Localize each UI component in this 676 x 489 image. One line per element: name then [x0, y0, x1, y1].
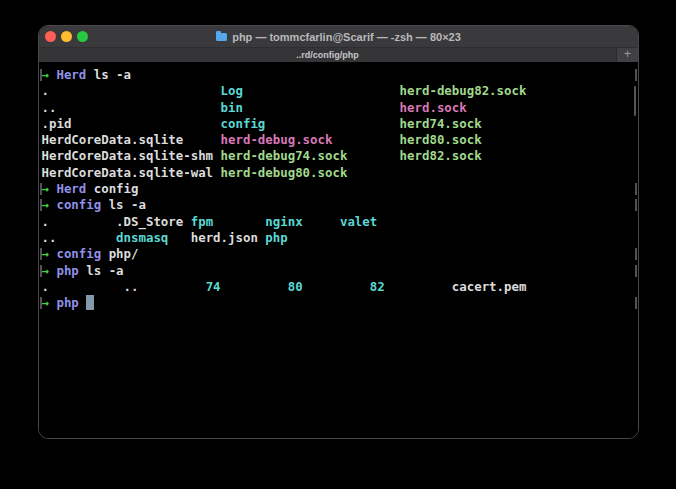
prompt-mark — [635, 265, 637, 277]
prompt-mark — [40, 265, 42, 277]
terminal-line: HerdCoreData.sqlite herd-debug.sock herd… — [42, 132, 639, 148]
terminal-window: php — tommcfarlin@Scarif — -zsh — 80×23 … — [38, 25, 639, 439]
prompt-mark — [635, 183, 637, 195]
text-segment: php — [265, 230, 287, 245]
text-segment: herd.json — [191, 230, 266, 245]
text-segment: config — [86, 181, 138, 196]
close-button[interactable] — [45, 31, 56, 42]
text-segment: ls -a — [79, 263, 124, 278]
text-segment: herd-debug82.sock — [400, 83, 527, 98]
text-segment: config — [56, 197, 101, 212]
text-segment: → — [42, 67, 57, 82]
terminal-cursor — [86, 295, 93, 310]
terminal-line: → Herd config — [42, 181, 639, 197]
terminal-line: → php — [42, 295, 639, 311]
text-segment: .DS_Store — [116, 214, 191, 229]
terminal-line: → Herd ls -a — [42, 67, 639, 83]
prompt-mark — [40, 69, 42, 81]
text-segment: .pid — [42, 116, 221, 131]
prompt-mark — [40, 183, 42, 195]
zoom-button[interactable] — [77, 31, 88, 42]
window-title: php — tommcfarlin@Scarif — -zsh — 80×23 — [216, 31, 461, 43]
prompt-mark — [635, 297, 637, 309]
terminal-line: HerdCoreData.sqlite-wal herd-debug80.soc… — [42, 165, 639, 181]
text-segment: Herd — [56, 67, 86, 82]
prompt-mark — [635, 248, 637, 260]
text-segment: HerdCoreData.sqlite-wal — [42, 165, 221, 180]
text-segment: herd-debug80.sock — [221, 165, 348, 180]
text-segment: . — [42, 279, 124, 294]
text-segment: → — [42, 197, 57, 212]
text-segment: fpm — [191, 214, 266, 229]
prompt-mark — [635, 199, 637, 211]
text-segment: Herd — [56, 181, 86, 196]
folder-icon — [216, 33, 227, 41]
terminal-line: . Log herd-debug82.sock — [42, 83, 639, 99]
text-segment: dnsmasq — [116, 230, 191, 245]
text-segment: → — [42, 246, 57, 261]
traffic-lights — [45, 31, 88, 42]
text-segment: herd80.sock — [400, 132, 482, 147]
prompt-mark — [635, 69, 637, 81]
tab-bar: ..rd/config/php + — [39, 47, 638, 62]
new-tab-button[interactable]: + — [616, 48, 638, 62]
text-segment: 74 — [206, 279, 288, 294]
text-segment: php — [56, 263, 78, 278]
terminal-screen[interactable]: → Herd ls -a. Log herd-debug82.sock.. bi… — [39, 62, 638, 438]
minimize-button[interactable] — [61, 31, 72, 42]
prompt-mark — [40, 248, 42, 260]
prompt-mark — [40, 297, 42, 309]
text-segment: → — [42, 181, 57, 196]
terminal-line: → config php/ — [42, 246, 639, 262]
text-segment: herd82.sock — [400, 148, 482, 163]
text-segment: .. — [42, 100, 221, 115]
terminal-line: .. dnsmasq herd.json php — [42, 230, 639, 246]
terminal-line: HerdCoreData.sqlite-shm herd-debug74.soc… — [42, 148, 639, 164]
title-bar[interactable]: php — tommcfarlin@Scarif — -zsh — 80×23 — [39, 26, 638, 47]
terminal-line: → php ls -a — [42, 263, 639, 279]
terminal-line: . .DS_Store fpm nginx valet — [42, 214, 639, 230]
text-segment: .. — [42, 230, 117, 245]
text-segment: ls -a — [86, 67, 131, 82]
text-segment: 82 — [370, 279, 452, 294]
text-segment: . — [42, 83, 221, 98]
tab-current-directory[interactable]: ..rd/config/php — [39, 48, 616, 62]
window-title-text: php — tommcfarlin@Scarif — -zsh — 80×23 — [232, 31, 461, 43]
text-segment: .. — [124, 279, 206, 294]
text-segment: cacert.pem — [452, 279, 527, 294]
terminal-line: . .. 74 80 82 cacert.pem — [42, 279, 639, 295]
text-segment: config — [56, 246, 101, 261]
text-segment: nginx — [265, 214, 340, 229]
prompt-mark — [40, 199, 42, 211]
terminal-line: → config ls -a — [42, 197, 639, 213]
text-segment: config — [221, 116, 400, 131]
text-segment: herd-debug74.sock — [221, 148, 400, 163]
text-segment: herd74.sock — [400, 116, 482, 131]
terminal-line: .pid config herd74.sock — [42, 116, 639, 132]
text-segment: . — [42, 214, 117, 229]
text-segment: ls -a — [101, 197, 146, 212]
text-segment: HerdCoreData.sqlite — [42, 132, 221, 147]
text-segment: HerdCoreData.sqlite-shm — [42, 148, 221, 163]
text-segment: herd.sock — [400, 100, 467, 115]
text-segment: → — [42, 263, 57, 278]
text-segment: → — [42, 295, 57, 310]
text-segment: herd-debug.sock — [221, 132, 400, 147]
text-segment: Log — [221, 83, 400, 98]
text-segment: php — [56, 295, 78, 310]
text-segment: 80 — [288, 279, 370, 294]
text-segment: php/ — [101, 246, 138, 261]
text-segment: bin — [221, 100, 400, 115]
terminal-line: .. bin herd.sock — [42, 100, 639, 116]
text-segment: valet — [340, 214, 377, 229]
